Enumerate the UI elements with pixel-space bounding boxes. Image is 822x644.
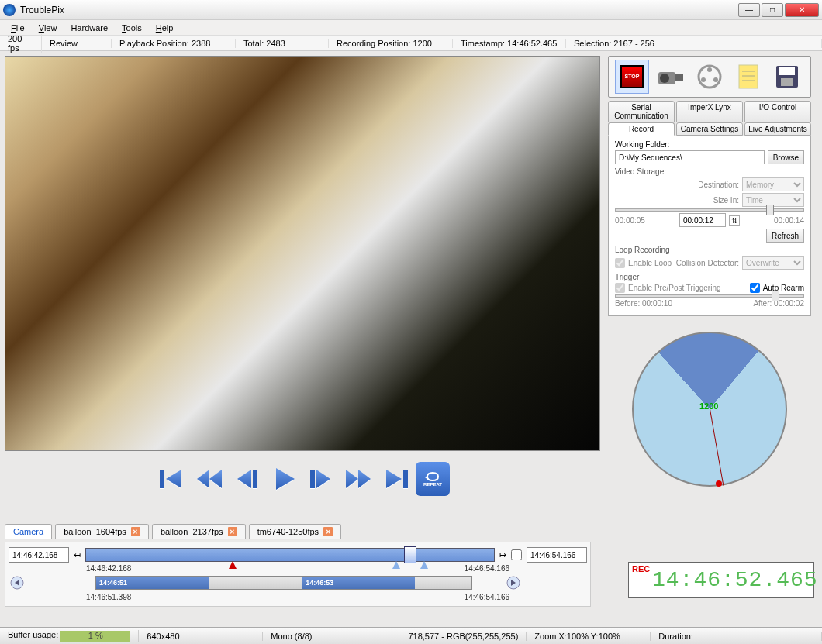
rewind-button[interactable] bbox=[192, 462, 226, 496]
status-zoom: Zoom X:100% Y:100% bbox=[527, 632, 651, 641]
auto-rearm-checkbox[interactable] bbox=[750, 283, 760, 293]
step-fwd-button[interactable] bbox=[304, 462, 338, 496]
svg-marker-8 bbox=[316, 470, 330, 488]
scroll-right-button[interactable] bbox=[505, 574, 522, 591]
svg-rect-0 bbox=[160, 470, 164, 488]
time-left: 00:00:05 bbox=[615, 216, 645, 225]
side-toolbar bbox=[608, 56, 811, 98]
trigger-title: Trigger bbox=[615, 273, 804, 281]
scroll-left-button[interactable] bbox=[9, 574, 26, 591]
camera-tool[interactable] bbox=[654, 60, 688, 94]
svg-rect-21 bbox=[739, 65, 758, 88]
auto-rearm-label: Auto Rearm bbox=[763, 284, 804, 292]
tab-imperx[interactable]: ImperX Lynx bbox=[676, 101, 743, 122]
maximize-button[interactable]: □ bbox=[762, 3, 783, 17]
video-preview[interactable] bbox=[5, 56, 600, 451]
status-mode: Review bbox=[42, 39, 112, 48]
video-storage-label: Video Storage: bbox=[615, 167, 804, 176]
status-bar-top: 200 fps Review Playback Position: 2388 T… bbox=[0, 36, 822, 51]
rec-time-value: 14:46:52.465 bbox=[652, 568, 818, 592]
svg-marker-1 bbox=[166, 470, 181, 488]
close-button[interactable]: ✕ bbox=[785, 3, 819, 17]
save-tool[interactable] bbox=[770, 60, 804, 94]
collision-select[interactable]: Overwrite bbox=[742, 256, 804, 270]
marker-end-icon[interactable]: ↦ bbox=[499, 550, 506, 560]
seq-tab-camera[interactable]: Camera bbox=[5, 524, 52, 539]
reel-tool[interactable] bbox=[692, 60, 727, 94]
seq-tab-1[interactable]: balloon_1604fps✕ bbox=[55, 524, 149, 539]
working-folder-input[interactable] bbox=[615, 150, 765, 164]
svg-point-19 bbox=[713, 77, 718, 82]
time-mid-input[interactable] bbox=[679, 213, 726, 227]
status-fps: 200 fps bbox=[0, 34, 42, 53]
close-tab-icon[interactable]: ✕ bbox=[228, 527, 237, 536]
play-button[interactable] bbox=[267, 462, 301, 496]
menu-help[interactable]: Help bbox=[150, 22, 180, 34]
svg-marker-13 bbox=[425, 475, 428, 480]
close-tab-icon[interactable]: ✕ bbox=[131, 527, 140, 536]
sequence-tabs: Camera balloon_1604fps✕ balloon_2137fps✕… bbox=[0, 524, 822, 539]
tab-live[interactable]: Live Adjustments bbox=[744, 122, 811, 136]
svg-rect-5 bbox=[253, 470, 257, 488]
menu-hardware[interactable]: Hardware bbox=[64, 22, 114, 34]
timeline-lock-checkbox[interactable] bbox=[511, 549, 522, 560]
before-label: Before: 00:00:10 bbox=[615, 299, 672, 308]
svg-marker-6 bbox=[276, 468, 295, 490]
tab-camera-settings[interactable]: Camera Settings bbox=[676, 122, 743, 136]
menu-view[interactable]: View bbox=[33, 22, 64, 34]
repeat-button[interactable]: REPEAT bbox=[416, 462, 450, 496]
loop-title: Loop Recording bbox=[615, 246, 804, 254]
enable-trigger-checkbox[interactable] bbox=[615, 283, 625, 293]
destination-label: Destination: bbox=[698, 181, 739, 189]
pie-needle-tip bbox=[716, 480, 722, 487]
timeline-track2[interactable]: 14:46:51 14:46:53 bbox=[95, 576, 472, 590]
timeline: 14:46:42.168 ↤ ↦ 14:46:54.166 14:46:42.1… bbox=[5, 542, 591, 607]
tab-record[interactable]: Record bbox=[608, 122, 675, 136]
time-label-right1: 14:46:54.166 bbox=[465, 564, 509, 573]
minimize-button[interactable]: — bbox=[738, 3, 760, 17]
close-tab-icon[interactable]: ✕ bbox=[323, 527, 333, 536]
timeline-track[interactable] bbox=[85, 548, 495, 562]
tab-io[interactable]: I/O Control bbox=[744, 101, 811, 122]
marker-start-icon[interactable]: ↤ bbox=[74, 550, 81, 560]
notes-tool[interactable] bbox=[731, 60, 765, 94]
stepper-icon[interactable]: ⇅ bbox=[729, 215, 740, 226]
collision-label: Collision Detector: bbox=[676, 259, 739, 267]
go-end-button[interactable] bbox=[378, 462, 413, 496]
refresh-button[interactable]: Refresh bbox=[766, 229, 804, 243]
svg-marker-3 bbox=[209, 470, 222, 488]
time-label-left2: 14:46:51.398 bbox=[86, 593, 131, 601]
svg-rect-7 bbox=[310, 470, 315, 488]
status-selection: Selection: 2167 - 256 bbox=[566, 39, 822, 48]
tab-serial[interactable]: Serial Communication bbox=[608, 101, 675, 122]
svg-rect-27 bbox=[781, 78, 793, 86]
svg-marker-10 bbox=[358, 470, 371, 488]
time-right-box[interactable]: 14:46:54.166 bbox=[527, 547, 587, 563]
stop-tool[interactable] bbox=[615, 60, 649, 94]
time-label-right2: 14:46:54.166 bbox=[465, 593, 509, 601]
app-icon bbox=[3, 4, 16, 16]
menu-bar: File View Hardware Tools Help bbox=[0, 20, 822, 36]
svg-marker-2 bbox=[197, 470, 209, 488]
status-bar-bottom: Buffer usage: 1 % 640x480 Mono (8/8) 718… bbox=[0, 627, 822, 644]
seq-tab-3[interactable]: tm6740-1250fps✕ bbox=[249, 524, 342, 539]
browse-button[interactable]: Browse bbox=[768, 150, 804, 164]
seq-tab-2[interactable]: balloon_2137fps✕ bbox=[152, 524, 246, 539]
menu-tools[interactable]: Tools bbox=[116, 22, 148, 34]
step-back-button[interactable] bbox=[230, 462, 264, 496]
storage-slider[interactable] bbox=[615, 208, 804, 212]
trigger-slider[interactable] bbox=[615, 294, 804, 298]
go-start-button[interactable] bbox=[155, 462, 189, 496]
status-total: Total: 2483 bbox=[236, 39, 329, 48]
svg-marker-11 bbox=[386, 470, 402, 488]
size-label: Size In: bbox=[713, 196, 739, 205]
menu-file[interactable]: File bbox=[5, 22, 31, 34]
status-res: 640x480 bbox=[139, 632, 263, 641]
destination-select[interactable]: Memory bbox=[742, 177, 804, 191]
time-left-box[interactable]: 14:46:42.168 bbox=[9, 547, 69, 563]
time-label-left1: 14:46:42.168 bbox=[86, 564, 131, 573]
status-timestamp: Timestamp: 14:46:52.465 bbox=[453, 39, 566, 48]
working-folder-label: Working Folder: bbox=[615, 140, 804, 149]
fast-fwd-button[interactable] bbox=[341, 462, 375, 496]
enable-loop-checkbox[interactable] bbox=[615, 258, 625, 268]
